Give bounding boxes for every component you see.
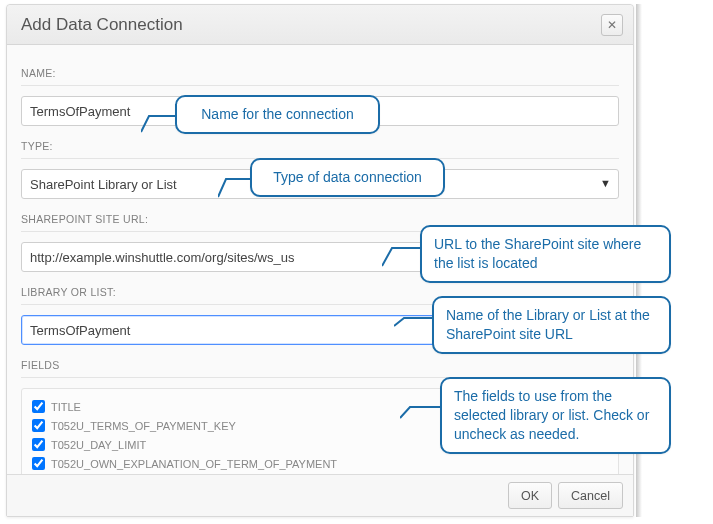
close-button[interactable]: ✕: [601, 14, 623, 36]
cancel-button[interactable]: Cancel: [558, 482, 623, 509]
callout-type: Type of data connection: [250, 158, 445, 197]
field-label: T052U_DAY_LIMIT: [51, 439, 146, 451]
callout-fields: The fields to use from the selected libr…: [440, 377, 671, 454]
field-label: T052U_OWN_EXPLANATION_OF_TERM_OF_PAYMENT: [51, 458, 337, 470]
field-checkbox-own-explanation[interactable]: [32, 457, 45, 470]
field-checkbox-terms-of-payment-key[interactable]: [32, 419, 45, 432]
callout-library: Name of the Library or List at the Share…: [432, 296, 671, 354]
close-icon: ✕: [607, 18, 617, 32]
dialog-titlebar: Add Data Connection ✕: [7, 5, 633, 45]
fields-label: FIELDS: [21, 359, 619, 371]
field-checkbox-day-limit[interactable]: [32, 438, 45, 451]
ok-button[interactable]: OK: [508, 482, 552, 509]
field-checkbox-title[interactable]: [32, 400, 45, 413]
url-label: SHAREPOINT SITE URL:: [21, 213, 619, 225]
field-row: T052U_OWN_EXPLANATION_OF_TERM_OF_PAYMENT: [32, 454, 608, 473]
field-label: T052U_TERMS_OF_PAYMENT_KEY: [51, 420, 236, 432]
dialog-title: Add Data Connection: [21, 15, 183, 35]
name-label: NAME:: [21, 67, 619, 79]
type-label: TYPE:: [21, 140, 619, 152]
dialog-footer: OK Cancel: [7, 474, 633, 516]
field-label: TITLE: [51, 401, 81, 413]
callout-name: Name for the connection: [175, 95, 380, 134]
callout-url: URL to the SharePoint site where the lis…: [420, 225, 671, 283]
